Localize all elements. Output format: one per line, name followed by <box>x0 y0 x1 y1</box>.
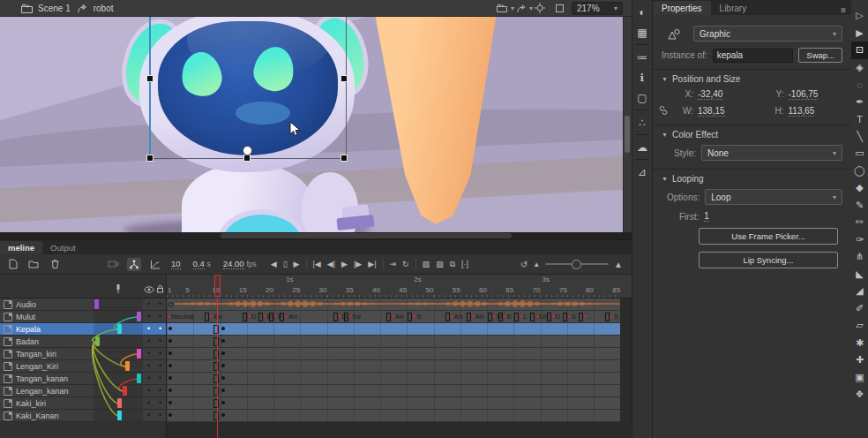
canvas-horizontal-scrollbar[interactable] <box>0 232 632 239</box>
layer-visibility-dot[interactable]: • <box>143 336 154 347</box>
h-value[interactable]: 113,65 <box>789 106 815 117</box>
layer-parent-cell[interactable] <box>94 323 143 335</box>
onion-skin-icon[interactable]: ▧ <box>423 260 430 268</box>
mouth-frame-label[interactable]: D <box>243 312 257 321</box>
swap-button[interactable]: Swap... <box>798 48 842 63</box>
mouth-frame-label[interactable]: Ah <box>280 312 297 321</box>
timeline-zoom-knob[interactable] <box>572 260 581 269</box>
lock-column-header-icon[interactable] <box>154 284 166 298</box>
zoom-level-select[interactable]: 217% ▾ <box>572 2 623 15</box>
layer-visibility-dot[interactable]: • <box>143 385 154 396</box>
hand-tool[interactable]: ❖ <box>851 386 868 404</box>
frame-row-tangan_kanan[interactable] <box>167 373 620 385</box>
layer-visibility-dot[interactable]: • <box>143 311 154 322</box>
selection-handle-right[interactable] <box>340 75 348 82</box>
layer-lock-dot[interactable]: • <box>154 373 166 384</box>
lip-syncing-button[interactable]: Lip Syncing... <box>699 252 838 268</box>
parent-marker[interactable] <box>125 361 130 371</box>
looping-header[interactable]: ▼ Looping <box>662 174 842 184</box>
breadcrumb-scene[interactable]: Scene 1 <box>38 4 71 13</box>
selection-handle-bottom[interactable] <box>243 155 251 162</box>
cc-libraries-panel-icon[interactable]: ☁ <box>633 137 651 157</box>
breadcrumb-symbol[interactable]: robot <box>94 4 114 13</box>
reset-timeline-zoom-icon[interactable]: ↺ <box>520 260 528 269</box>
mouth-frame-label[interactable]: L <box>514 312 527 321</box>
frame-ruler[interactable]: 15101520253035404550556065707580851s2s3s <box>167 275 632 298</box>
layer-row-mulut[interactable]: Mulut•• <box>0 311 166 323</box>
tab-properties[interactable]: Properties <box>653 1 711 15</box>
go-last-frame-icon[interactable]: ▶| <box>368 260 376 268</box>
y-value[interactable]: -106,75 <box>789 89 819 100</box>
layer-depth-icon[interactable] <box>148 258 162 271</box>
parent-marker[interactable] <box>137 312 141 321</box>
mouth-frame-label[interactable]: E <box>498 312 512 321</box>
layer-visibility-dot[interactable]: • <box>143 410 154 421</box>
style-dropdown[interactable]: None ▾ <box>701 145 842 161</box>
instance-name-field[interactable]: kepala <box>713 49 794 63</box>
frame-row-kaki_kanan[interactable] <box>167 410 620 422</box>
pen-tool[interactable]: ✒ <box>851 94 868 111</box>
new-folder-icon[interactable] <box>26 258 41 271</box>
visibility-column-header-icon[interactable] <box>143 285 154 298</box>
canvas-vertical-scrollbar[interactable] <box>623 17 632 232</box>
bone-tool[interactable]: ⋔ <box>851 248 868 266</box>
edit-multiple-frames-icon[interactable]: ⧉ <box>450 260 455 269</box>
text-tool[interactable]: T <box>851 110 868 128</box>
layer-lock-dot[interactable]: • <box>154 397 166 409</box>
pencil-tool[interactable]: ✎ <box>851 197 868 215</box>
layer-parent-cell[interactable] <box>94 373 143 384</box>
edit-scene-icon[interactable] <box>496 2 510 14</box>
layer-parent-cell[interactable] <box>94 311 143 322</box>
parent-marker[interactable] <box>117 411 122 420</box>
frame-row-audio[interactable] <box>167 298 620 311</box>
layer-row-audio[interactable]: Audio•• <box>0 298 166 311</box>
layer-lock-dot[interactable]: • <box>154 410 166 421</box>
eraser-tool[interactable]: ▱ <box>851 317 868 335</box>
play-icon[interactable]: ▶ <box>341 260 348 268</box>
brush-tool[interactable]: ✏ <box>851 214 868 231</box>
layer-parenting-view-icon[interactable] <box>127 258 141 271</box>
x-value[interactable]: -32,40 <box>698 89 722 100</box>
selection-bounding-box[interactable] <box>149 17 347 159</box>
zoom-in-frames-icon[interactable]: ▲ <box>614 260 623 269</box>
free-transform-tool[interactable]: ⊡ <box>851 42 868 59</box>
layer-row-tangan_kiri[interactable]: Tangan_kiri•• <box>0 348 166 360</box>
delete-layer-icon[interactable] <box>48 258 62 271</box>
canvas-vscroll-thumb[interactable] <box>625 116 630 153</box>
layer-parent-cell[interactable] <box>94 410 143 421</box>
motion-editor-panel-icon[interactable]: ⊿ <box>633 162 651 182</box>
canvas-hscroll-thumb[interactable] <box>221 233 512 238</box>
layer-row-kepala[interactable]: Kepala•• <box>0 323 166 336</box>
onion-outline-icon[interactable]: ▨ <box>436 260 444 268</box>
layer-parent-cell[interactable] <box>94 360 143 372</box>
parent-marker[interactable] <box>117 324 122 334</box>
layer-lock-dot[interactable]: • <box>154 348 166 359</box>
layer-visibility-dot[interactable]: • <box>143 360 154 372</box>
layer-parent-cell[interactable] <box>94 397 143 409</box>
paint-brush-tool[interactable]: ✑ <box>851 231 868 249</box>
modify-markers-icon[interactable]: [·] <box>461 260 468 268</box>
layer-parent-cell[interactable] <box>94 298 143 310</box>
zoom-out-frames-icon[interactable]: ▲ <box>533 261 540 268</box>
width-tool[interactable]: ✚ <box>851 351 868 369</box>
tab-output[interactable]: Output <box>42 241 84 254</box>
layer-parent-cell[interactable] <box>94 385 143 396</box>
position-size-header[interactable]: ▼ Position and Size <box>662 74 842 84</box>
selection-handle-left[interactable] <box>146 75 153 82</box>
w-value[interactable]: 138,15 <box>698 106 725 117</box>
first-frame-value[interactable]: 1 <box>704 211 709 222</box>
parent-marker[interactable] <box>137 349 141 359</box>
lasso-tool[interactable]: ◌ <box>851 76 868 94</box>
camera-tool[interactable]: ▣ <box>851 369 868 387</box>
parent-marker[interactable] <box>95 336 100 346</box>
layer-lock-dot[interactable]: • <box>154 298 166 310</box>
color-panel-icon[interactable]: ◐ <box>633 2 651 22</box>
mouth-frame-label[interactable]: Ah <box>445 312 463 321</box>
mouth-frame-label[interactable]: Ah <box>386 312 404 321</box>
selection-handle-bottom-right[interactable] <box>340 155 348 162</box>
layer-parent-cell[interactable] <box>94 348 143 359</box>
layer-parent-cell[interactable] <box>94 336 143 347</box>
edit-symbols-icon[interactable] <box>514 2 528 14</box>
tab-timeline[interactable]: meline <box>0 241 42 254</box>
info-panel-icon[interactable]: ℹ <box>633 67 651 87</box>
